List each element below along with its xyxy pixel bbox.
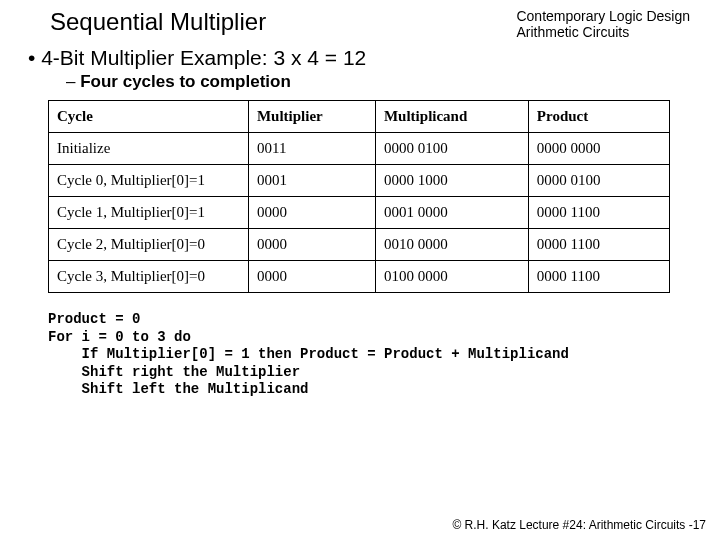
cell: 0000 1100 — [528, 261, 669, 293]
table-row: Cycle 1, Multiplier[0]=1 0000 0001 0000 … — [49, 197, 670, 229]
col-header: Cycle — [49, 101, 249, 133]
table-row: Initialize 0011 0000 0100 0000 0000 — [49, 133, 670, 165]
cell: 0000 1100 — [528, 197, 669, 229]
cell: 0000 0100 — [375, 133, 528, 165]
bullet-list: 4-Bit Multiplier Example: 3 x 4 = 12 Fou… — [0, 40, 720, 92]
table-header-row: Cycle Multiplier Multiplicand Product — [49, 101, 670, 133]
course-label: Contemporary Logic Design Arithmetic Cir… — [516, 8, 690, 40]
course-line-1: Contemporary Logic Design — [516, 8, 690, 24]
table-row: Cycle 2, Multiplier[0]=0 0000 0010 0000 … — [49, 229, 670, 261]
cell: Cycle 0, Multiplier[0]=1 — [49, 165, 249, 197]
cell: 0011 — [248, 133, 375, 165]
table-row: Cycle 0, Multiplier[0]=1 0001 0000 1000 … — [49, 165, 670, 197]
cycle-table: Cycle Multiplier Multiplicand Product In… — [48, 100, 670, 293]
bullet-level-2: Four cycles to completion — [66, 72, 720, 92]
cell: 0000 — [248, 229, 375, 261]
cell: 0000 — [248, 197, 375, 229]
col-header: Multiplicand — [375, 101, 528, 133]
col-header: Product — [528, 101, 669, 133]
slide-title: Sequential Multiplier — [50, 8, 266, 36]
col-header: Multiplier — [248, 101, 375, 133]
slide-header: Sequential Multiplier Contemporary Logic… — [0, 0, 720, 40]
course-line-2: Arithmetic Circuits — [516, 24, 690, 40]
cell: Initialize — [49, 133, 249, 165]
cell: 0000 1100 — [528, 229, 669, 261]
cell: 0000 0100 — [528, 165, 669, 197]
cell: 0010 0000 — [375, 229, 528, 261]
cell: Cycle 1, Multiplier[0]=1 — [49, 197, 249, 229]
slide-footer: © R.H. Katz Lecture #24: Arithmetic Circ… — [452, 518, 706, 532]
cell: 0001 0000 — [375, 197, 528, 229]
algorithm-pseudocode: Product = 0 For i = 0 to 3 do If Multipl… — [48, 311, 720, 399]
bullet-level-1: 4-Bit Multiplier Example: 3 x 4 = 12 — [28, 46, 720, 70]
cell: 0100 0000 — [375, 261, 528, 293]
table-row: Cycle 3, Multiplier[0]=0 0000 0100 0000 … — [49, 261, 670, 293]
cell: 0000 0000 — [528, 133, 669, 165]
cell: 0000 1000 — [375, 165, 528, 197]
cell: Cycle 2, Multiplier[0]=0 — [49, 229, 249, 261]
cell: 0000 — [248, 261, 375, 293]
cell: Cycle 3, Multiplier[0]=0 — [49, 261, 249, 293]
cell: 0001 — [248, 165, 375, 197]
